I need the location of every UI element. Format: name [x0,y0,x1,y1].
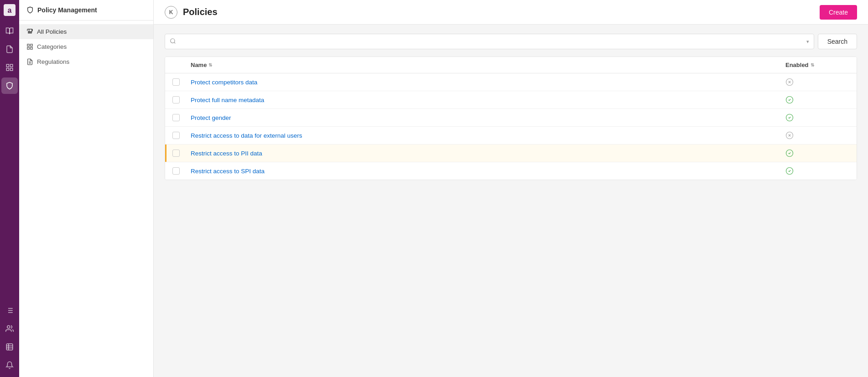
main-content: ▾ Search Name ⇅ Enabled ⇅ Protect compet [154,25,868,377]
svg-rect-13 [6,344,13,350]
search-input-wrapper: ▾ [165,34,814,49]
column-header-name[interactable]: Name ⇅ [191,62,785,68]
top-header: K Policies Create [154,0,868,25]
svg-rect-4 [6,68,9,71]
search-icon [170,38,176,46]
sidebar-header-title: Policy Management [37,6,97,14]
row-checkbox-4[interactable] [172,132,180,139]
page-title: Policies [183,7,218,17]
svg-rect-3 [10,64,13,67]
nav-icon-document[interactable] [1,41,18,57]
sidebar: Policy Management All Policies Categorie… [19,0,154,377]
app-logo: a [3,4,16,16]
svg-rect-5 [10,68,13,71]
regulations-icon [26,58,33,65]
svg-line-26 [174,42,176,43]
sidebar-header-icon [26,6,34,14]
nav-icon-users[interactable] [1,320,18,337]
header-left: K Policies [165,6,218,19]
table-row: Protect full name metadata [165,91,857,109]
search-bar: ▾ Search [165,34,857,49]
svg-rect-19 [27,44,29,46]
row-name-4[interactable]: Restrict access to data for external use… [191,132,785,139]
nav-icon-bell[interactable] [1,357,18,373]
table-row-highlighted: Restrict access to PII data [165,145,857,162]
chevron-down-icon[interactable]: ▾ [806,39,809,45]
nav-icon-list[interactable] [1,302,18,319]
policies-table: Name ⇅ Enabled ⇅ Protect competitors dat… [165,57,857,180]
svg-point-25 [171,38,175,42]
create-button[interactable]: Create [820,5,857,20]
search-input[interactable] [179,34,804,49]
table-row: Restrict access to data for external use… [165,127,857,145]
table-header: Name ⇅ Enabled ⇅ [165,57,857,73]
status-icon-5 [785,149,849,157]
svg-text:a: a [8,6,12,14]
row-name-6[interactable]: Restrict access to SPI data [191,168,785,175]
svg-rect-20 [31,44,32,46]
status-icon-2 [785,96,849,104]
status-icon-3 [785,114,849,122]
table-row: Protect gender [165,109,857,127]
status-icon-1 [785,78,849,86]
svg-point-12 [7,325,10,328]
row-name-5[interactable]: Restrict access to PII data [191,150,785,157]
sort-name-icon: ⇅ [208,62,212,67]
sidebar-item-categories-label: Categories [37,43,67,50]
sidebar-item-regulations-label: Regulations [37,58,69,65]
row-name-2[interactable]: Protect full name metadata [191,97,785,103]
all-policies-icon [26,28,33,35]
row-checkbox-1[interactable] [172,78,180,86]
breadcrumb-k: K [165,6,177,19]
row-name-1[interactable]: Protect competitors data [191,79,785,86]
sort-enabled-icon: ⇅ [811,62,814,67]
sidebar-item-all-policies[interactable]: All Policies [19,24,153,39]
sidebar-header: Policy Management [19,0,153,21]
svg-rect-21 [27,47,29,49]
table-row: Restrict access to SPI data [165,162,857,180]
row-checkbox-5[interactable] [172,150,180,157]
row-checkbox-3[interactable] [172,114,180,121]
nav-icon-book[interactable] [1,23,18,39]
icon-bar: a [0,0,19,377]
column-header-enabled[interactable]: Enabled ⇅ [785,62,849,68]
sidebar-item-regulations[interactable]: Regulations [19,54,153,69]
status-icon-6 [785,167,849,175]
row-checkbox-6[interactable] [172,167,180,175]
svg-rect-22 [31,47,32,49]
row-checkbox-2[interactable] [172,96,180,103]
table-row: Protect competitors data [165,73,857,91]
sidebar-navigation: All Policies Categories Regulations [19,21,153,73]
main-area: K Policies Create ▾ Search Name [154,0,868,377]
row-name-3[interactable]: Protect gender [191,114,785,121]
nav-icon-table2[interactable] [1,339,18,355]
sidebar-item-all-policies-label: All Policies [37,28,67,35]
status-icon-4 [785,131,849,139]
search-button[interactable]: Search [818,34,857,49]
nav-icon-shield[interactable] [1,77,18,94]
svg-rect-2 [6,64,9,67]
nav-icon-grid[interactable] [1,59,18,76]
sidebar-item-categories[interactable]: Categories [19,39,153,54]
categories-icon [26,43,33,50]
